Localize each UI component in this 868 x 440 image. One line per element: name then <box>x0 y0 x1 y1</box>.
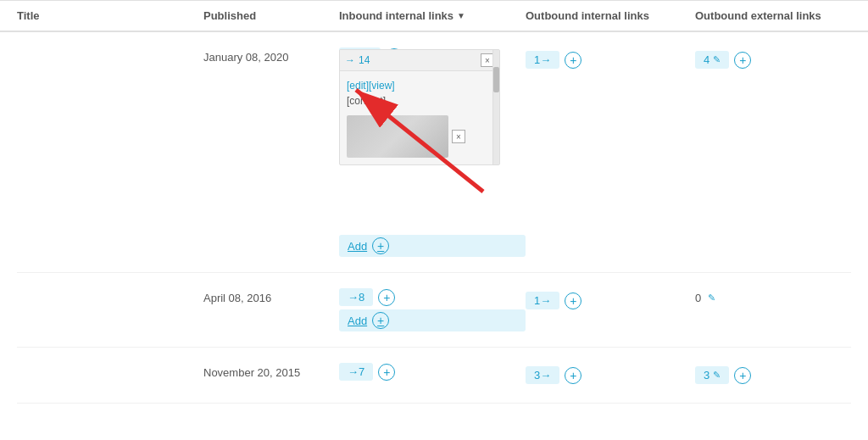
inbound-badge-2[interactable]: →8 <box>339 288 373 306</box>
add-label: Add <box>348 240 367 253</box>
outbound-int-plus-2[interactable]: + <box>565 292 581 309</box>
outbound-ext-plus-3[interactable]: + <box>734 367 751 384</box>
cell-inbound-3: →7 + <box>339 363 526 384</box>
outbound-ext-badge-row-2: 0 ✎ <box>695 292 851 304</box>
add-label-2: Add <box>348 315 367 327</box>
inbound-badge-row-3: →7 + <box>339 363 526 381</box>
image-placeholder-row: × <box>347 115 492 158</box>
sort-icon[interactable]: ▼ <box>457 11 465 20</box>
outbound-ext-value-2: 0 <box>695 292 701 304</box>
pencil-icon-3: ✎ <box>713 370 721 381</box>
cell-inbound-1: →14 − → 14 × <box>339 47 526 257</box>
outbound-int-badge-1[interactable]: 1→ <box>526 51 559 69</box>
dropdown-content: [edit][view] [content] × <box>340 71 499 164</box>
outbound-int-badge-3[interactable]: 3→ <box>526 366 559 384</box>
col-header-inbound: Inbound internal links ▼ <box>339 9 526 22</box>
inbound-badge-3[interactable]: →7 <box>339 363 373 381</box>
outbound-int-badge-2[interactable]: 1→ <box>526 292 559 309</box>
outbound-int-plus-3[interactable]: + <box>565 367 581 384</box>
inbound-plus-btn-2[interactable]: + <box>378 289 395 306</box>
table-body: January 08, 2020 →14 − → 14 <box>0 32 868 404</box>
view-link[interactable]: [view] <box>369 80 395 92</box>
inbound-badge-row-2: →8 + <box>339 288 526 306</box>
table-row: November 20, 2015 →7 + 3→ + 3✎ + <box>17 348 851 404</box>
inbound-plus-btn-3[interactable]: + <box>378 364 395 381</box>
outbound-int-badge-row-2: 1→ + <box>526 292 695 309</box>
image-close-btn[interactable]: × <box>452 130 465 143</box>
outbound-int-badge-row-1: 1→ + <box>526 51 695 69</box>
links-table: Title Published Inbound internal links ▼… <box>0 0 868 404</box>
cell-outbound-ext-2: 0 ✎ <box>695 288 851 308</box>
col-header-outbound-int: Outbound internal links <box>526 9 695 22</box>
inbound-add-link-2[interactable]: Add + <box>339 309 526 331</box>
cell-published-3: November 20, 2015 <box>203 363 339 379</box>
cell-published-2: April 08, 2016 <box>203 288 339 304</box>
dropdown-item-1: [edit][view] [content] <box>347 78 492 109</box>
pencil-icon-2[interactable]: ✎ <box>708 292 715 304</box>
add-plus-btn-1[interactable]: + <box>372 237 389 254</box>
table-header: Title Published Inbound internal links ▼… <box>0 1 868 32</box>
outbound-int-plus-1[interactable]: + <box>565 52 581 69</box>
dropdown-header: → 14 × <box>340 50 499 71</box>
cell-outbound-int-3: 3→ + <box>526 363 695 387</box>
table-row: January 08, 2020 →14 − → 14 <box>17 32 851 273</box>
outbound-ext-plus-1[interactable]: + <box>734 52 751 69</box>
add-plus-btn-2[interactable]: + <box>372 312 389 329</box>
inbound-add-link-1[interactable]: Add + <box>339 235 526 257</box>
pencil-icon: ✎ <box>713 54 721 65</box>
dropdown-header-content: → 14 <box>345 54 370 66</box>
col-header-title: Title <box>17 9 203 22</box>
cell-outbound-ext-1: 4✎ + <box>695 47 851 72</box>
cell-outbound-int-2: 1→ + <box>526 288 695 313</box>
cell-published-1: January 08, 2020 <box>203 47 339 64</box>
cell-outbound-int-1: 1→ + <box>526 47 695 72</box>
outbound-ext-badge-3[interactable]: 3✎ <box>695 366 729 384</box>
outbound-ext-badge-row-1: 4✎ + <box>695 51 851 69</box>
edit-link[interactable]: [edit] <box>347 80 369 92</box>
col-header-outbound-ext: Outbound external links <box>695 9 851 22</box>
cell-outbound-ext-3: 3✎ + <box>695 363 851 387</box>
outbound-ext-badge-row-3: 3✎ + <box>695 366 851 384</box>
col-header-published: Published <box>203 9 339 22</box>
image-placeholder <box>347 115 448 158</box>
outbound-ext-badge-1[interactable]: 4✎ <box>695 51 729 69</box>
inbound-dropdown-1: → 14 × [edit][view] [cont <box>339 49 500 165</box>
table-row: April 08, 2016 →8 + Add + 1→ + <box>17 273 851 348</box>
cell-inbound-2: →8 + Add + <box>339 288 526 331</box>
dropdown-item-text: [content] <box>347 93 492 109</box>
outbound-int-badge-row-3: 3→ + <box>526 366 695 384</box>
